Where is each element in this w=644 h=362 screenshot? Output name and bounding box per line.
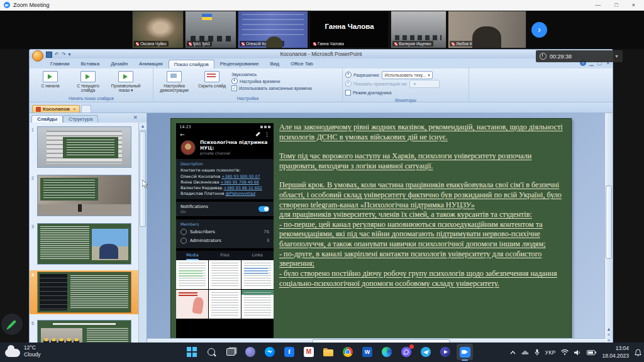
taskbar-word-icon[interactable]: W <box>359 344 375 360</box>
office-button[interactable] <box>32 50 43 62</box>
ribbon-button[interactable]: С текущего слайда <box>70 70 106 94</box>
ribbon-tab-Office Tab[interactable]: Office Tab <box>285 59 319 69</box>
taskbar-gmail-icon[interactable]: M <box>301 344 317 360</box>
media-tab-Links[interactable]: Links <box>241 251 274 260</box>
slide-thumbnail-row[interactable]: 1 <box>30 125 139 169</box>
ribbon-small-button[interactable]: Звукозапись <box>231 72 312 77</box>
participant-tile[interactable]: Ганна ЧаловаГанна Чалова <box>309 11 389 48</box>
slide-thumbnail-row[interactable]: 2 <box>30 173 139 217</box>
scroll-up-arrow[interactable]: ▲ <box>139 123 147 131</box>
next-participants-button[interactable]: › <box>531 22 547 38</box>
taskbar-viber-icon[interactable] <box>398 344 414 360</box>
slide-thumbnail[interactable] <box>37 272 131 313</box>
timer-caret-icon[interactable]: ▼ <box>614 54 619 58</box>
quick-access-toolbar[interactable]: ↶↷▾ <box>46 50 70 59</box>
media-thumbnail[interactable] <box>176 260 208 289</box>
ribbon-tab-Рецензирование[interactable]: Рецензирование <box>214 59 265 69</box>
maximize-button[interactable]: □ <box>614 2 618 8</box>
ribbon-tab-Главная[interactable]: Главная <box>45 59 75 69</box>
editor-vertical-scrollbar[interactable]: ▲ « » <box>604 113 613 343</box>
new-document-tab-button[interactable] <box>81 105 91 112</box>
slide-thumbnail-row[interactable]: 3 <box>30 222 139 266</box>
media-tab-Files[interactable]: Files <box>209 251 242 260</box>
weather-widget[interactable]: 12°C Cloudy <box>5 344 40 358</box>
language-indicator[interactable]: УКР <box>545 349 556 356</box>
undo-icon[interactable]: ↶ <box>55 50 59 59</box>
contact-link[interactable]: +380 93 900 00 07 <box>221 174 260 178</box>
dropdown-select[interactable]: Использовать теку...▾ <box>382 71 432 79</box>
minimize-button[interactable]: — <box>595 2 601 8</box>
taskbar-teams-icon[interactable] <box>242 344 258 360</box>
back-arrow-icon[interactable]: ← <box>180 131 185 138</box>
taskbar-media-player-icon[interactable] <box>437 344 453 360</box>
ribbon-tab-Вид[interactable]: Вид <box>265 59 285 69</box>
qat-menu-caret[interactable]: ▾ <box>68 50 70 59</box>
pane-scrollbar[interactable]: ▲ <box>138 123 147 343</box>
participant-tile[interactable]: Олексій Косолапов <box>238 11 308 48</box>
wifi-icon[interactable] <box>561 349 569 355</box>
edit-pencil-icon[interactable] <box>255 131 260 136</box>
contact-link[interactable]: @PlatonovVlad <box>226 191 256 195</box>
vscrollbar-thumb[interactable] <box>606 185 612 259</box>
taskbar-start-icon[interactable] <box>184 344 200 360</box>
media-thumbnail[interactable] <box>176 290 208 319</box>
taskbar-task-view-icon[interactable] <box>223 344 239 360</box>
media-thumbnail[interactable] <box>209 260 241 289</box>
clock-widget[interactable]: 13:04 18.04.2023 <box>602 345 629 359</box>
media-tab-Media[interactable]: Media <box>176 251 209 260</box>
ribbon-button[interactable]: Скрыть слайд <box>194 70 230 89</box>
taskbar-edge-icon[interactable] <box>379 344 395 360</box>
scroll-arrow-up-icon[interactable]: ▲ <box>607 327 611 331</box>
ribbon-tab-Дизайн[interactable]: Дизайн <box>105 59 133 69</box>
ribbon-button[interactable]: Настройка демонстрации <box>156 70 192 94</box>
notification-bell-icon[interactable] <box>635 349 641 356</box>
previous-slide-button[interactable]: « <box>608 332 610 337</box>
annotation-pencil-button[interactable] <box>1 314 23 335</box>
pane-tab-Структура[interactable]: Структура <box>63 115 98 123</box>
document-tab-close-icon[interactable]: × <box>73 106 76 112</box>
save-icon[interactable] <box>46 52 52 58</box>
ribbon-tab-Вставка[interactable]: Вставка <box>75 59 105 69</box>
slide-thumbnail[interactable] <box>37 223 131 265</box>
document-tab[interactable]: Косолапов × <box>32 105 80 112</box>
ribbon-small-button[interactable]: Настройка времени <box>231 78 312 84</box>
media-thumbnail[interactable] <box>209 290 241 319</box>
participant-tile[interactable]: Любов Кірнос <box>448 11 526 48</box>
slide-thumbnail[interactable] <box>37 175 131 216</box>
ribbon-tab-Анимация[interactable]: Анимация <box>133 59 169 69</box>
pane-tab-Слайды[interactable]: Слайды <box>31 115 63 123</box>
taskbar-telegram-icon[interactable] <box>418 344 434 360</box>
participant-tile[interactable]: Валерия Ищенко <box>391 11 447 48</box>
next-slide-button[interactable]: » <box>608 338 610 343</box>
slide-thumbnail[interactable] <box>37 126 131 168</box>
slide-thumbnail[interactable] <box>37 320 131 343</box>
ribbon-button[interactable]: Произвольный показ ▾ <box>108 70 144 94</box>
current-slide[interactable]: 14:23 ← ⋮ Психологічна <box>170 118 572 343</box>
ribbon-button[interactable]: С начала <box>32 70 69 89</box>
checkbox[interactable] <box>345 90 351 96</box>
checkbox[interactable]: ✓ <box>231 85 237 91</box>
slide-thumbnail-row[interactable]: 5 <box>30 319 139 343</box>
redo-icon[interactable]: ↷ <box>62 50 66 59</box>
contact-link[interactable]: +380 93 88 32 602 <box>223 185 262 190</box>
ribbon-small-button[interactable]: ✓Использовать записанные времена <box>231 85 312 91</box>
powerpoint-titlebar[interactable]: ↶↷▾ Косолапов - Microsoft PowerPoint <box>30 50 613 58</box>
ribbon-tab-Показ слайдов[interactable]: Показ слайдов <box>169 60 214 69</box>
pane-scrollbar-thumb[interactable] <box>140 131 146 227</box>
notifications-toggle[interactable] <box>258 206 269 212</box>
slide-thumbnail-row[interactable]: 4 <box>30 270 139 314</box>
taskbar-facebook-icon[interactable]: f <box>281 344 297 360</box>
taskbar-zoom-icon[interactable] <box>457 344 473 360</box>
participant-tile[interactable]: fpb1 fpb1 <box>185 11 236 48</box>
participant-tile[interactable]: Оксана Чуйко <box>132 11 184 48</box>
media-thumbnail[interactable] <box>242 260 274 289</box>
hidden-icons[interactable] <box>521 350 529 355</box>
media-thumbnail[interactable] <box>242 290 274 319</box>
taskbar-search-icon[interactable] <box>203 344 219 360</box>
pane-close-icon[interactable]: ✕ <box>133 114 138 121</box>
notifications-row[interactable]: Notifications On <box>176 202 274 216</box>
taskbar-messenger-icon[interactable] <box>262 344 278 360</box>
tray-chevron-icon[interactable] <box>510 351 516 354</box>
members-row[interactable]: Subscribers76 <box>180 228 269 236</box>
close-button[interactable]: × <box>632 2 635 8</box>
